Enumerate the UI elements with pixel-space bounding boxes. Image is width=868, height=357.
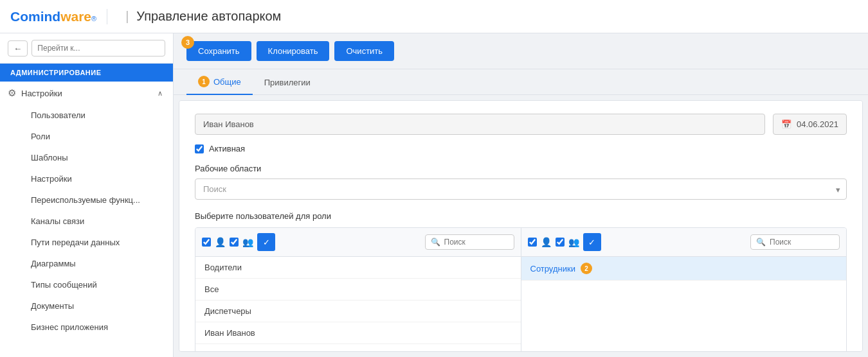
header-divider: |: [125, 9, 129, 24]
toolbar: 3 Сохранить Клонировать Очистить: [174, 33, 868, 69]
left-panel-list: Водители Все Диспетчеры Иван Иванов Секр…: [195, 257, 521, 352]
left-panel-check-button[interactable]: ✓: [257, 233, 275, 251]
workspaces-select[interactable]: Поиск: [195, 178, 847, 200]
logo-comind: Comind: [10, 9, 60, 24]
sidebar-settings-label: Настройки: [21, 89, 62, 98]
left-search-input[interactable]: [444, 238, 509, 247]
tab-general[interactable]: 1 Общие: [186, 69, 253, 95]
tab-privileges-label: Привилегии: [264, 78, 311, 87]
right-panel-checkbox-group[interactable]: [556, 238, 565, 247]
date-field: 📅 04.06.2021: [773, 114, 847, 135]
workspaces-select-wrapper: Поиск ▾: [195, 178, 847, 200]
right-panel-badge: 2: [581, 263, 592, 274]
left-panel-person-icon: 👤: [215, 237, 226, 247]
logo: Comindware®: [10, 9, 96, 24]
right-panel-search: 🔍: [750, 234, 840, 250]
app-wrapper: Comindware® | Управление автопарком ← АД…: [0, 0, 868, 357]
sidebar-back-button[interactable]: ←: [8, 40, 28, 57]
right-panel-check-button[interactable]: ✓: [583, 233, 601, 251]
active-checkbox-row: Активная: [195, 144, 847, 153]
right-panel-checkbox-person[interactable]: [528, 238, 537, 247]
chevron-up-icon: ∧: [158, 89, 163, 98]
sidebar: ← АДМИНИСТРИРОВАНИЕ ⚙ Настройки ∧ Пользо…: [0, 33, 174, 357]
right-panel-person-icon: 👤: [541, 237, 552, 247]
clone-button[interactable]: Клонировать: [257, 41, 330, 61]
right-item-label: Сотрудники: [530, 264, 575, 274]
workspaces-label: Рабочие области: [195, 164, 847, 173]
workspaces-section: Рабочие области Поиск ▾: [195, 164, 847, 200]
left-panel-checkbox-person[interactable]: [202, 238, 211, 247]
right-panel-toolbar: 👤 👥 ✓ 🔍: [521, 228, 847, 257]
sidebar-item-reusable[interactable]: Переиспользуемые функц...: [0, 189, 173, 211]
users-section-label: Выберите пользователей для роли: [195, 211, 847, 221]
calendar-icon: 📅: [781, 119, 791, 129]
left-panel-checkbox-group[interactable]: [230, 238, 239, 247]
list-item[interactable]: Водители: [195, 257, 521, 279]
content-area: 3 Сохранить Клонировать Очистить 1 Общие…: [174, 33, 868, 357]
left-panel-search: 🔍: [425, 234, 514, 250]
right-search-input[interactable]: [770, 238, 834, 247]
date-value: 04.06.2021: [797, 119, 838, 129]
list-item[interactable]: Диспетчеры: [195, 300, 521, 322]
tab-general-label: Общие: [213, 77, 241, 87]
sidebar-search-area: ←: [0, 33, 173, 64]
page-title: Управление автопарком: [136, 9, 281, 24]
logo-ware: ware: [60, 9, 91, 24]
sidebar-item-settings-group[interactable]: ⚙ Настройки ∧: [0, 82, 173, 105]
logo-reg: ®: [91, 15, 96, 22]
main-area: ← АДМИНИСТРИРОВАНИЕ ⚙ Настройки ∧ Пользо…: [0, 33, 868, 357]
top-header: Comindware® | Управление автопарком: [0, 0, 868, 33]
left-search-icon: 🔍: [431, 238, 440, 247]
form-row-top: 📅 04.06.2021: [195, 114, 847, 135]
right-panel-list: Сотрудники 2: [521, 257, 847, 281]
left-panel: 👤 👥 ✓ 🔍 Водители Все Ди: [195, 228, 521, 352]
sidebar-item-documents[interactable]: Документы: [0, 295, 173, 317]
save-button[interactable]: Сохранить: [186, 41, 251, 61]
sidebar-section-header: АДМИНИСТРИРОВАНИЕ: [0, 64, 173, 82]
sidebar-item-settings[interactable]: Настройки: [0, 168, 173, 189]
right-panel: 👤 👥 ✓ 🔍 Сотрудники: [521, 228, 847, 352]
list-item[interactable]: Иван Иванов: [195, 322, 521, 344]
sidebar-item-diagrams[interactable]: Диаграммы: [0, 253, 173, 274]
right-search-icon: 🔍: [756, 238, 766, 247]
sidebar-item-data-paths[interactable]: Пути передачи данных: [0, 232, 173, 253]
sidebar-search-input[interactable]: [32, 40, 165, 57]
form-content: 📅 04.06.2021 Активная Рабочие области По…: [179, 100, 863, 352]
tab-privileges[interactable]: Привилегии: [253, 71, 322, 95]
tabs-bar: 1 Общие Привилегии: [174, 69, 868, 95]
list-item[interactable]: Сотрудники 2: [521, 257, 847, 281]
sidebar-item-roles[interactable]: Роли: [0, 126, 173, 147]
toolbar-badge: 3: [181, 36, 194, 49]
clear-button[interactable]: Очистить: [334, 41, 394, 61]
list-item[interactable]: Секретари: [195, 344, 521, 352]
tab-general-badge: 1: [198, 76, 210, 87]
logo-area: Comindware®: [10, 9, 107, 24]
active-checkbox[interactable]: [195, 144, 204, 153]
left-panel-toolbar: 👤 👥 ✓ 🔍: [195, 228, 521, 257]
active-label: Активная: [209, 144, 245, 153]
sidebar-item-templates[interactable]: Шаблоны: [0, 147, 173, 168]
sidebar-item-message-types[interactable]: Типы сообщений: [0, 274, 173, 295]
right-panel-group-icon: 👥: [568, 237, 579, 247]
sidebar-item-channels[interactable]: Каналы связи: [0, 211, 173, 232]
gear-icon: ⚙: [8, 87, 16, 99]
sidebar-item-users[interactable]: Пользователи: [0, 105, 173, 126]
name-input[interactable]: [195, 114, 765, 135]
save-btn-wrapper: 3 Сохранить: [186, 41, 251, 61]
left-panel-group-icon: 👥: [242, 237, 253, 247]
user-selector: 👤 👥 ✓ 🔍 Водители Все Ди: [195, 227, 847, 352]
sidebar-item-business-apps[interactable]: Бизнес приложения: [0, 317, 173, 338]
list-item[interactable]: Все: [195, 279, 521, 300]
